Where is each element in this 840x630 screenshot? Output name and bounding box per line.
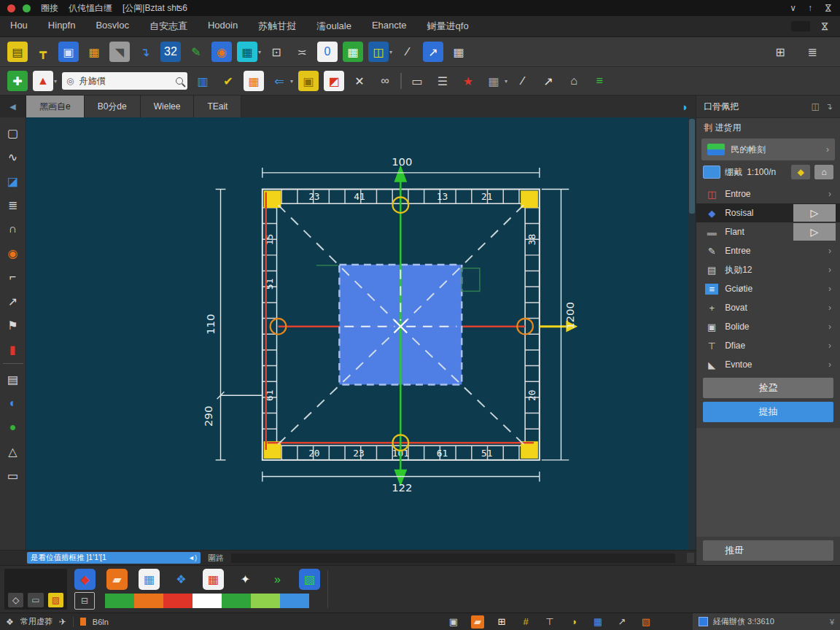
- arc-icon[interactable]: ∩: [3, 218, 23, 240]
- datum-icon[interactable]: ≍: [292, 42, 312, 62]
- new-doc-icon[interactable]: ▤: [7, 42, 28, 62]
- row-rosisal[interactable]: ◆ Rosisal ▷: [696, 203, 840, 222]
- favorite-icon[interactable]: ★: [458, 71, 478, 91]
- pie-icon[interactable]: ◑: [567, 615, 580, 629]
- locate-icon[interactable]: ◉: [211, 42, 232, 62]
- table-blue-icon[interactable]: ▦: [591, 615, 604, 629]
- notebook-icon[interactable]: ⊟: [74, 592, 95, 610]
- app-orange-icon[interactable]: ▰: [106, 569, 128, 590]
- yellow-box-icon[interactable]: ▣: [298, 71, 319, 91]
- row-bolide[interactable]: ▣ Bolide ›: [696, 317, 840, 336]
- folder-orange-icon[interactable]: ▰: [471, 615, 484, 629]
- menu-item[interactable]: Hou: [10, 20, 28, 33]
- zoom-button[interactable]: [23, 4, 31, 12]
- table-dd-icon[interactable]: ▦▾: [483, 71, 508, 91]
- tiles-icon[interactable]: ▦: [84, 42, 104, 62]
- section-icon[interactable]: ≣: [3, 194, 23, 216]
- app-play-icon[interactable]: »: [267, 569, 288, 590]
- jump-icon[interactable]: ↗: [423, 42, 443, 62]
- tee-tool-icon[interactable]: ┳: [33, 42, 53, 62]
- primary-action-button[interactable]: 提抽: [703, 402, 833, 422]
- scale-value[interactable]: 1:100/n: [747, 167, 787, 177]
- lamp-icon[interactable]: ⌂: [564, 71, 584, 91]
- plane-icon[interactable]: ✈: [59, 617, 66, 627]
- spline-icon[interactable]: ∿: [3, 146, 23, 168]
- tab-teait[interactable]: TEait: [194, 96, 241, 117]
- tab-wielee[interactable]: Wielee: [141, 96, 195, 117]
- close-tool-icon[interactable]: ✕: [349, 71, 370, 91]
- menu-item[interactable]: 自安志直: [149, 20, 187, 33]
- color-swatch[interactable]: [251, 594, 280, 608]
- window-icon[interactable]: ⊞: [495, 615, 508, 629]
- app-chart-icon[interactable]: ▧: [299, 569, 320, 590]
- drafting-icon[interactable]: #: [519, 615, 532, 629]
- color-swatch[interactable]: [134, 594, 163, 608]
- row-entroe[interactable]: ◫ Entroe ›: [696, 184, 840, 203]
- close-button[interactable]: [7, 4, 15, 12]
- speaker-icon[interactable]: ◄): [188, 554, 197, 561]
- color-swatch[interactable]: [280, 594, 309, 608]
- table-cyan-icon[interactable]: ▦▾: [237, 42, 261, 62]
- dock-icon[interactable]: ↴: [825, 101, 833, 112]
- zero-badge-icon[interactable]: 0: [317, 42, 338, 62]
- block-icon[interactable]: ▮: [3, 338, 23, 364]
- tool-category-icon[interactable]: ❖: [6, 617, 14, 627]
- sheet-icon[interactable]: ▦: [448, 42, 469, 62]
- donut-icon[interactable]: ◉: [3, 242, 23, 264]
- canvas-vertical-scrollbar[interactable]: [688, 117, 696, 550]
- align-icon[interactable]: ≡: [589, 71, 610, 91]
- drawing-canvas[interactable]: 23 41 13 21 20 23 101 61 51 15 51 61 38 …: [26, 117, 688, 550]
- globe-icon[interactable]: ●: [3, 416, 23, 438]
- app-blue-red-icon[interactable]: ◆: [74, 569, 96, 590]
- command-prompt[interactable]: 是看位值措框推 ]1'1'[1 ◄): [27, 552, 201, 564]
- scale-row[interactable]: 绷戴 1:100/n ◆ ⌂: [701, 163, 835, 182]
- color-swatch[interactable]: [163, 594, 192, 608]
- key2-icon[interactable]: ∕: [513, 71, 533, 91]
- flame-icon[interactable]: ▲▾: [33, 71, 57, 91]
- menu-item[interactable]: 苏触甘挝: [258, 20, 296, 33]
- arrow-up-icon[interactable]: ↑: [808, 3, 812, 13]
- blue-square-icon[interactable]: [699, 617, 708, 626]
- menu-extra-button[interactable]: [791, 21, 810, 31]
- row-gciotie[interactable]: ≡ Gciøtie ›: [696, 279, 840, 298]
- route-icon[interactable]: ↴: [135, 42, 155, 62]
- tab-b0fende[interactable]: B0分de: [85, 96, 141, 117]
- pin-icon[interactable]: ◀: [0, 96, 26, 117]
- rows-icon[interactable]: ☰: [432, 71, 453, 91]
- menu-item[interactable]: 鲥量进qfo: [427, 20, 469, 33]
- collapse-icon[interactable]: ◫: [812, 101, 820, 112]
- bottom-panel-button[interactable]: 推毌: [703, 540, 833, 561]
- menu-item[interactable]: Ehancte: [372, 20, 407, 33]
- jug-icon[interactable]: ◗: [682, 96, 696, 117]
- clipboard-icon[interactable]: ▤: [3, 368, 23, 390]
- cursor-trend-icon[interactable]: ↗: [615, 615, 629, 629]
- edit-style-button[interactable]: ◆: [791, 165, 810, 179]
- hourglass-icon[interactable]: ⋈: [823, 4, 833, 12]
- rect-tool-icon[interactable]: ▭: [3, 464, 23, 486]
- apps-color-icon[interactable]: ▧: [639, 615, 653, 629]
- x-table-icon[interactable]: ◫▾: [368, 42, 392, 62]
- chevron-down-icon[interactable]: ∨: [790, 3, 796, 13]
- app-bird-icon[interactable]: ✦: [235, 569, 256, 590]
- ruler-toggle-icon[interactable]: ≣: [802, 42, 822, 62]
- disk-icon[interactable]: ▥: [192, 71, 213, 91]
- touchpad-icon[interactable]: ▭: [28, 593, 43, 607]
- row-bovat[interactable]: + Bovat ›: [696, 298, 840, 317]
- search-icon[interactable]: [176, 77, 183, 85]
- grid-toggle-icon[interactable]: ⊞: [770, 42, 790, 62]
- color-swatch[interactable]: [703, 166, 720, 179]
- color-swatch[interactable]: [105, 594, 134, 608]
- row-flant[interactable]: ▬ Flant ▷: [696, 222, 840, 241]
- rotate-icon[interactable]: △: [3, 440, 23, 462]
- palette-icon[interactable]: ▦: [244, 71, 264, 91]
- scrollbar-thumb[interactable]: [689, 119, 695, 214]
- command-input[interactable]: [231, 553, 675, 563]
- app-dragonfly-icon[interactable]: ❖: [171, 569, 192, 590]
- row-dfiae[interactable]: ⊤ Dfiae ›: [696, 336, 840, 355]
- row-evntoe[interactable]: ◣ Evntoe ›: [696, 355, 840, 374]
- solid-icon[interactable]: ◪: [3, 170, 23, 192]
- app-cards-icon[interactable]: ▦: [139, 569, 160, 590]
- tsquare-icon[interactable]: ⊤: [543, 615, 556, 629]
- link-icon[interactable]: ∞: [375, 71, 395, 91]
- menu-item[interactable]: Hinpfn: [48, 20, 76, 33]
